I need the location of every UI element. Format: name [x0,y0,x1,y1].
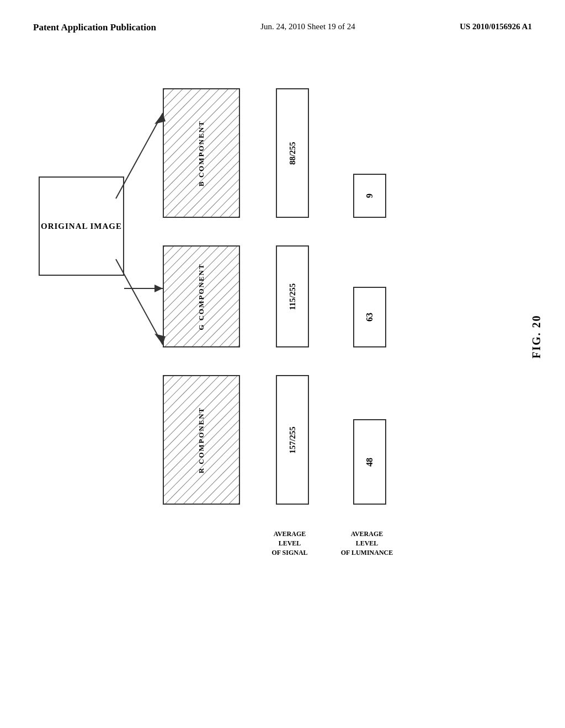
header-patent-number: US 2010/0156926 A1 [460,22,532,31]
b-component-box: B COMPONENT [163,88,240,218]
header-publication-label: Patent Application Publication [33,22,156,33]
r-signal-bar: 157/255 [276,375,309,505]
b-lum-bar: 9 [353,174,386,218]
arrow-to-b [110,105,171,204]
g-signal-bar: 115/255 [276,245,309,347]
diagram-container: ORIGINAL IMAGE B COMPONENT [0,50,565,711]
b-component-label: B COMPONENT [197,120,206,186]
svg-line-0 [116,113,163,199]
b-signal-bar: 88/255 [276,88,309,218]
arrow-to-r [110,254,171,353]
b-signal-value: 88/255 [288,142,297,165]
g-component-box: G COMPONENT [163,245,240,347]
r-component-label: R COMPONENT [197,406,206,473]
g-component-label: G COMPONENT [197,263,206,330]
b-lum-value: 9 [365,194,375,198]
avg-luminance-label: AVERAGE LEVELOF LUMINANCE [339,529,395,557]
g-lum-value: 63 [365,313,375,322]
r-lum-bar: 48 [353,419,386,505]
r-component-box: R COMPONENT [163,375,240,505]
fig-label: FIG. 20 [530,270,543,358]
g-lum-bar: 63 [353,287,386,347]
original-image-label: ORIGINAL IMAGE [41,221,122,232]
g-signal-value: 115/255 [288,283,297,309]
avg-signal-label: AVERAGE LEVELOF SIGNAL [262,529,317,557]
header-date-sheet: Jun. 24, 2010 Sheet 19 of 24 [260,22,355,31]
r-lum-value: 48 [365,458,375,467]
r-signal-value: 157/255 [288,426,297,453]
svg-line-4 [116,259,163,345]
page-header: Patent Application Publication Jun. 24, … [0,0,565,44]
